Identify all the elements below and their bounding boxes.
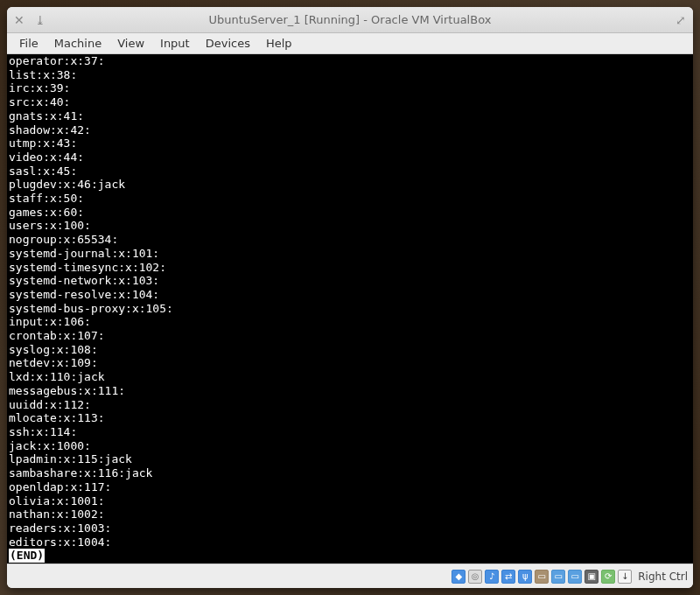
pager-end-marker: (END) [9, 549, 45, 563]
menu-file[interactable]: File [12, 34, 46, 52]
menu-help[interactable]: Help [259, 34, 299, 52]
display-icon[interactable]: ▭ [551, 570, 565, 584]
recording-icon[interactable]: ▭ [568, 570, 582, 584]
video-capture-icon[interactable]: ▣ [584, 570, 598, 584]
host-key-label: Right Ctrl [638, 570, 688, 583]
statusbar: ◆ ◎ ♪ ⇄ ψ ▭ ▭ ▭ ▣ ⟳ ↓ Right Ctrl [7, 564, 693, 588]
terminal-output[interactable]: operator:x:37: list:x:38: irc:x:39: src:… [7, 54, 693, 564]
menu-machine[interactable]: Machine [47, 34, 108, 52]
titlebar-left-controls: ✕ ⤓ [14, 13, 66, 27]
menu-view[interactable]: View [110, 34, 151, 52]
vm-window: ✕ ⤓ UbuntuServer_1 [Running] - Oracle VM… [7, 7, 693, 588]
optical-disk-icon[interactable]: ◎ [468, 570, 482, 584]
titlebar-right-controls: ⤢ [634, 13, 686, 27]
menu-devices[interactable]: Devices [199, 34, 257, 52]
usb-icon[interactable]: ψ [518, 570, 532, 584]
menu-input[interactable]: Input [153, 34, 197, 52]
menubar: File Machine View Input Devices Help [7, 33, 693, 54]
audio-icon[interactable]: ♪ [485, 570, 499, 584]
network-icon[interactable]: ⇄ [501, 570, 515, 584]
guest-additions-icon[interactable]: ⟳ [601, 570, 615, 584]
window-title: UbuntuServer_1 [Running] - Oracle VM Vir… [66, 13, 634, 26]
minimize-icon[interactable]: ⤓ [35, 13, 46, 27]
close-icon[interactable]: ✕ [14, 13, 24, 27]
hard-disk-icon[interactable]: ◆ [452, 570, 466, 584]
shared-folders-icon[interactable]: ▭ [535, 570, 549, 584]
mouse-integration-icon[interactable]: ↓ [618, 570, 632, 584]
maximize-icon[interactable]: ⤢ [676, 13, 686, 27]
titlebar: ✕ ⤓ UbuntuServer_1 [Running] - Oracle VM… [7, 7, 693, 33]
